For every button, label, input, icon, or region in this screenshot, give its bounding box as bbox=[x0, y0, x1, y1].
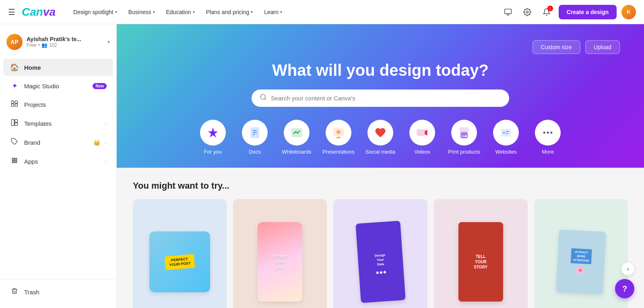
svg-rect-32 bbox=[461, 132, 467, 135]
topnav-business[interactable]: Business ▾ bbox=[124, 6, 160, 18]
sidebar-user-avatar: AP bbox=[6, 34, 23, 50]
custom-size-button[interactable]: Custom size bbox=[533, 40, 580, 54]
svg-point-10 bbox=[12, 158, 13, 159]
notification-badge: 1 bbox=[547, 6, 553, 11]
for-you-icon bbox=[207, 127, 219, 139]
hero-title: What will you design today? bbox=[141, 60, 620, 80]
topnav-education[interactable]: Education ▾ bbox=[161, 6, 200, 18]
category-for-you[interactable]: For you bbox=[197, 120, 229, 155]
monitor-icon-btn[interactable] bbox=[501, 5, 515, 19]
svg-point-13 bbox=[12, 160, 13, 161]
topnav-plans-pricing[interactable]: Plans and pricing ▾ bbox=[201, 6, 258, 18]
suggestion-card-infographic[interactable]: DesignYourData Infographic bbox=[333, 199, 427, 308]
projects-icon bbox=[10, 100, 19, 109]
suggestion-card-instagram-story[interactable]: Perfectyourpost Instagram Story bbox=[233, 199, 327, 308]
notifications-icon-btn[interactable]: 1 bbox=[539, 5, 554, 19]
chevron-down-icon: ▾ bbox=[193, 10, 195, 14]
category-videos[interactable]: Videos bbox=[406, 120, 438, 155]
sidebar-item-projects[interactable]: Projects bbox=[3, 96, 113, 113]
for-you-icon-circle bbox=[200, 120, 226, 146]
svg-marker-29 bbox=[425, 130, 427, 136]
suggestion-card-poster[interactable]: ATTRACTMOREATTENTION 🌸 Poster (18 × 24 i… bbox=[534, 199, 628, 308]
whiteboards-icon bbox=[291, 127, 303, 139]
svg-rect-8 bbox=[15, 123, 18, 126]
svg-point-19 bbox=[260, 94, 265, 99]
search-input[interactable] bbox=[271, 95, 501, 102]
topnav-learn[interactable]: Learn ▾ bbox=[259, 6, 287, 18]
settings-icon-btn[interactable] bbox=[520, 5, 535, 19]
create-design-button[interactable]: Create a design bbox=[559, 5, 617, 19]
upload-button[interactable]: Upload bbox=[585, 40, 620, 54]
monitor-icon bbox=[504, 8, 512, 16]
svg-rect-5 bbox=[15, 104, 18, 106]
sidebar-bottom: Trash bbox=[0, 279, 116, 302]
user-avatar-button[interactable]: K bbox=[621, 5, 636, 19]
category-more[interactable]: More bbox=[532, 120, 564, 155]
templates-icon bbox=[10, 119, 19, 128]
svg-point-27 bbox=[336, 130, 341, 134]
svg-rect-3 bbox=[15, 101, 18, 103]
chevron-down-icon: ▾ bbox=[153, 10, 155, 14]
docs-icon bbox=[249, 127, 261, 139]
svg-point-15 bbox=[16, 160, 17, 161]
svg-point-12 bbox=[16, 158, 17, 159]
more-icon bbox=[542, 127, 554, 139]
category-docs[interactable]: Docs bbox=[239, 120, 271, 155]
suggestions-next-button[interactable]: › bbox=[621, 262, 634, 275]
arrow-right-icon: › bbox=[105, 121, 107, 127]
category-websites[interactable]: Websites bbox=[490, 120, 522, 155]
chevron-down-icon: ▾ bbox=[107, 39, 110, 45]
svg-point-40 bbox=[547, 132, 549, 134]
svg-point-39 bbox=[543, 132, 545, 134]
svg-point-41 bbox=[550, 132, 552, 134]
category-presentations[interactable]: Presentations bbox=[322, 120, 355, 155]
category-social-media[interactable]: Social media bbox=[364, 120, 396, 155]
sidebar-user-profile[interactable]: AP Ayishah Pratik's te... Free • 👥 102 ▾ bbox=[0, 31, 116, 56]
presentations-icon bbox=[332, 127, 345, 139]
hero-banner: Custom size Upload What will you design … bbox=[117, 24, 644, 168]
suggestions-grid: PERFECTYOUR POST Instagram Post (Square)… bbox=[133, 199, 628, 308]
new-badge: New bbox=[93, 83, 107, 89]
websites-icon bbox=[500, 127, 512, 139]
sidebar-item-magic-studio[interactable]: ✦ Magic Studio New bbox=[3, 77, 113, 94]
docs-icon-circle bbox=[242, 120, 268, 146]
sidebar-item-brand[interactable]: Brand 👑 › bbox=[3, 134, 113, 151]
svg-point-1 bbox=[526, 11, 528, 13]
main-content: Custom size Upload What will you design … bbox=[117, 24, 644, 308]
sidebar-item-templates[interactable]: Templates › bbox=[3, 115, 113, 132]
category-whiteboards[interactable]: Whiteboards bbox=[281, 120, 313, 155]
help-button[interactable]: ? bbox=[615, 279, 634, 298]
trash-icon bbox=[10, 287, 19, 297]
chevron-down-icon: ▾ bbox=[280, 10, 282, 14]
apps-icon bbox=[10, 157, 19, 166]
topnav-design-spotlight[interactable]: Design spotlight ▾ bbox=[68, 6, 122, 18]
print-icon bbox=[458, 127, 470, 139]
print-products-icon-circle bbox=[451, 120, 477, 146]
presentations-icon-circle bbox=[326, 120, 351, 146]
svg-point-36 bbox=[503, 132, 505, 134]
chevron-down-icon: ▾ bbox=[115, 10, 117, 14]
topnav: ☰ Canva Design spotlight ▾ Business ▾ Ed… bbox=[0, 0, 644, 24]
social-media-icon-circle bbox=[367, 120, 393, 146]
whiteboards-icon-circle bbox=[284, 120, 310, 146]
magic-studio-icon: ✦ bbox=[10, 81, 19, 90]
more-icon-circle bbox=[535, 120, 561, 146]
topnav-right: 1 Create a design K bbox=[501, 5, 636, 19]
layout: AP Ayishah Pratik's te... Free • 👥 102 ▾… bbox=[0, 24, 644, 308]
sidebar-item-home[interactable]: 🏠 Home bbox=[3, 59, 113, 76]
svg-rect-6 bbox=[12, 120, 14, 126]
suggestion-card-instagram-post-square[interactable]: PERFECTYOUR POST Instagram Post (Square) bbox=[133, 199, 227, 308]
suggestions-title: You might want to try... bbox=[133, 181, 628, 191]
canva-logo[interactable]: Canva bbox=[22, 6, 56, 19]
category-print-products[interactable]: Print products bbox=[448, 120, 480, 155]
hero-search-bar bbox=[252, 89, 509, 107]
videos-icon-circle bbox=[409, 120, 435, 146]
suggestion-card-your-story[interactable]: TELLYOURSTORY Your Story bbox=[434, 199, 528, 308]
sidebar-item-apps[interactable]: Apps › bbox=[3, 153, 113, 170]
search-icon bbox=[260, 94, 267, 103]
sidebar-item-trash[interactable]: Trash bbox=[3, 283, 113, 301]
hero-categories: For you Docs bbox=[141, 120, 620, 155]
arrow-right-icon: › bbox=[105, 140, 107, 146]
svg-rect-0 bbox=[504, 9, 511, 14]
hamburger-menu[interactable]: ☰ bbox=[8, 7, 15, 17]
